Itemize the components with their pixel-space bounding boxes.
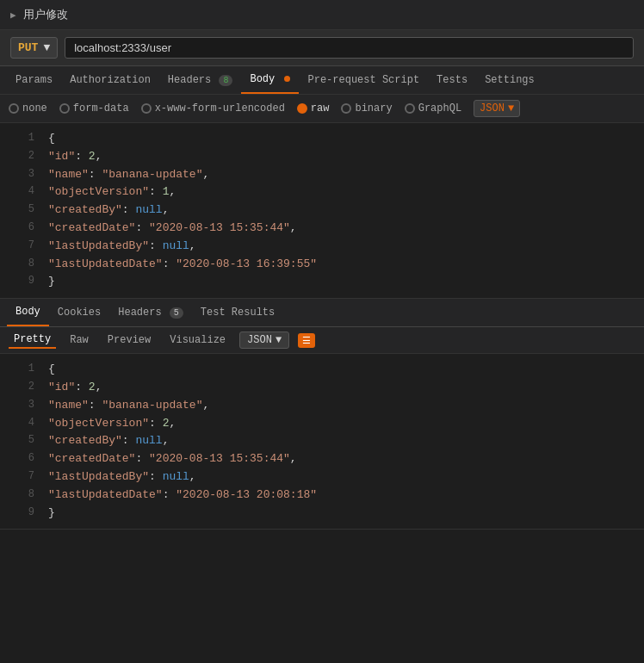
comma-token: , [163,203,170,216]
tab-body[interactable]: Body [241,66,299,94]
str-token: "banana-update" [102,399,202,412]
line-number: 9 [7,273,34,291]
comma-token: , [290,452,297,465]
code-line: 8 "lastUpdatedDate": "2020-08-13 16:39:5… [0,256,644,274]
wrap-icon[interactable]: ☰ [298,333,315,348]
resp-format-dropdown-icon: ▼ [276,334,282,346]
line-number: 4 [7,183,34,201]
line-content: "createdBy": null, [48,201,637,220]
json-format-select[interactable]: JSON ▼ [474,100,520,117]
key-token: "lastUpdatedDate" [48,257,163,270]
bracket-token: { [48,132,55,145]
key-token: "objectVersion" [48,185,149,198]
code-line: 4 "objectVersion": 1, [0,183,644,201]
key-token: "name" [48,399,89,412]
resp-tab-body[interactable]: Body [7,299,49,326]
tab-params[interactable]: Params [7,67,61,93]
tab-tests[interactable]: Tests [428,67,476,93]
line-number: 6 [7,220,34,238]
url-input[interactable] [65,37,634,59]
resp-tab-testresults[interactable]: Test Results [192,300,283,325]
colon-token: : [135,452,149,465]
str-token: "2020-08-13 16:39:55" [176,257,317,270]
line-number: 7 [7,468,34,486]
resp-btn-preview[interactable]: Preview [102,332,156,348]
bracket-token: { [48,362,55,375]
json-dropdown-icon: ▼ [508,102,514,115]
code-line: 7 "lastUpdatedBy": null, [0,238,644,256]
code-line: 3 "name": "banana-update", [0,397,644,415]
code-line: 3 "name": "banana-update", [0,166,644,184]
resp-tab-cookies[interactable]: Cookies [49,300,109,325]
resp-format-select[interactable]: JSON ▼ [239,332,289,349]
key-token: "lastUpdatedDate" [48,488,163,501]
resp-btn-raw[interactable]: Raw [65,332,94,348]
tab-authorization[interactable]: Authorization [61,67,159,93]
request-tabs: Params Authorization Headers 8 Body Pre-… [0,66,644,95]
line-content: } [48,273,637,291]
line-content: "createdBy": null, [48,432,637,450]
key-token: "lastUpdatedBy" [48,470,149,483]
radio-formdata[interactable]: form-data [59,102,129,115]
response-body-editor[interactable]: 1{2 "id": 2,3 "name": "banana-update",4 … [0,354,644,530]
line-number: 5 [7,432,34,450]
key-token: "name" [48,168,89,181]
code-line: 7 "lastUpdatedBy": null, [0,468,644,486]
tab-headers[interactable]: Headers 8 [159,67,242,93]
radio-none[interactable]: none [9,102,47,115]
resp-headers-badge: 5 [170,307,183,319]
comma-token: , [202,168,209,181]
colon-token: : [149,417,163,430]
line-content: { [48,130,637,148]
headers-badge: 8 [219,75,232,86]
colon-token: : [149,470,163,483]
line-content: "id": 2, [48,379,637,397]
line-number: 1 [7,361,34,379]
line-content: "name": "banana-update", [48,397,637,415]
colon-token: : [75,381,89,393]
str-token: "banana-update" [102,168,202,181]
colon-token: : [163,257,176,270]
line-number: 2 [7,148,34,166]
tab-prerequest[interactable]: Pre-request Script [299,67,428,93]
resp-tab-headers[interactable]: Headers 5 [109,300,192,325]
radio-binary[interactable]: binary [341,102,392,115]
code-line: 6 "createdDate": "2020-08-13 15:35:44", [0,450,644,468]
comma-token: , [96,150,102,163]
key-token: "lastUpdatedBy" [48,239,149,252]
num-token: 2 [89,150,96,163]
method-select[interactable]: PUT ▼ [10,37,58,59]
radio-circle-none [9,103,19,114]
request-body-editor[interactable]: 1{2 "id": 2,3 "name": "banana-update",4 … [0,123,644,299]
code-line: 1{ [0,130,644,148]
comma-token: , [169,185,176,198]
line-number: 8 [7,256,34,274]
method-dropdown-icon: ▼ [43,41,50,54]
body-dot [284,76,290,82]
radio-raw[interactable]: raw [297,102,330,115]
radio-circle-formdata [59,103,70,114]
radio-circle-graphql [405,103,415,114]
null-token: null [135,203,162,216]
expand-arrow-icon[interactable]: ▶ [10,9,16,21]
tab-settings[interactable]: Settings [476,67,543,93]
code-line: 8 "lastUpdatedDate": "2020-08-13 20:08:1… [0,486,644,505]
code-line: 5 "createdBy": null, [0,201,644,220]
radio-graphql[interactable]: GraphQL [405,102,461,115]
colon-token: : [163,488,176,501]
url-bar: PUT ▼ [0,30,644,66]
code-line: 2 "id": 2, [0,379,644,397]
null-token: null [163,239,189,252]
comma-token: , [163,434,170,447]
resp-format-label: JSON [247,334,272,346]
resp-btn-pretty[interactable]: Pretty [9,332,56,349]
colon-token: : [122,203,136,216]
colon-token: : [135,221,149,234]
colon-token: : [149,185,163,198]
radio-urlencoded[interactable]: x-www-form-urlencoded [141,102,285,115]
body-type-row: none form-data x-www-form-urlencoded raw… [0,95,644,123]
line-number: 3 [7,397,34,415]
json-format-label: JSON [480,102,505,115]
resp-btn-visualize[interactable]: Visualize [164,332,231,348]
colon-token: : [89,168,102,181]
